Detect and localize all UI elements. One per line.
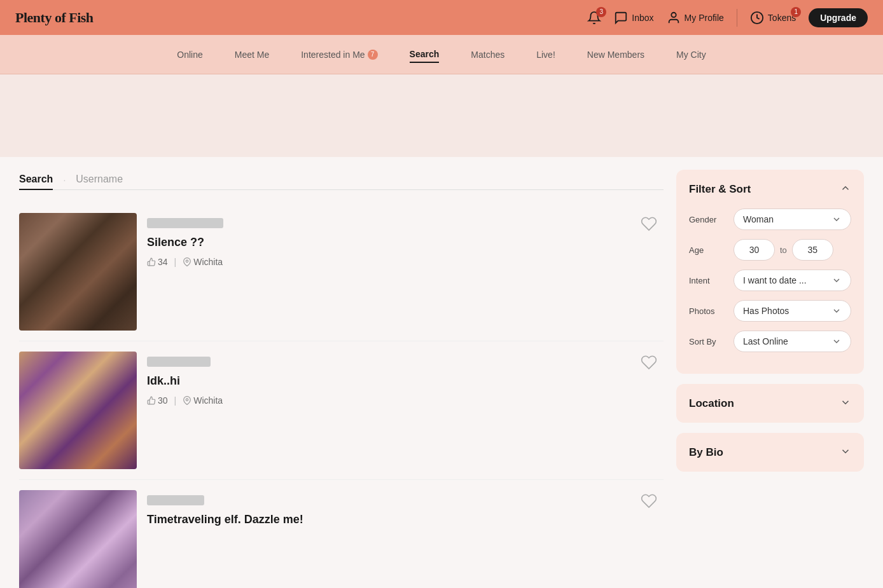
tab-username[interactable]: Username (76, 170, 123, 190)
bybio-header: By Bio (689, 446, 851, 459)
main-nav: Online Meet Me Interested in Me 7 Search… (0, 35, 883, 74)
chevron-down-icon (831, 214, 842, 224)
sortby-select[interactable]: Last Online (734, 331, 851, 352)
inbox-label: Inbox (632, 13, 653, 23)
notifications-button[interactable]: 3 (587, 11, 601, 25)
like-button-3[interactable] (641, 493, 657, 511)
profile-image-2[interactable] (19, 352, 137, 469)
nav-item-meet-me[interactable]: Meet Me (235, 47, 269, 62)
like-button-2[interactable] (641, 354, 657, 373)
inbox-icon (614, 11, 628, 25)
right-panel: Filter & Sort Gender Woman (676, 170, 864, 588)
filter-sort-card: Filter & Sort Gender Woman (676, 170, 864, 374)
nav-item-live[interactable]: Live! (536, 47, 555, 62)
svg-point-0 (671, 12, 676, 17)
thumb-icon-2 (147, 396, 156, 405)
photos-filter-row: Photos Has Photos (689, 300, 851, 322)
gender-select[interactable]: Woman (734, 209, 851, 230)
age-inputs: 30 to 35 (734, 239, 851, 261)
header: Plenty of Fish 3 Inbox My Profile (0, 0, 883, 35)
intent-value: I want to date ... (743, 275, 807, 285)
intent-select[interactable]: I want to date ... (734, 270, 851, 291)
age-label: Age (689, 245, 727, 255)
location-title: Location (689, 397, 734, 410)
sortby-label: Sort By (689, 337, 727, 346)
profile-card-3: Timetraveling elf. Dazzle me! (19, 480, 664, 588)
tab-separator: · (63, 175, 66, 185)
profile-image-3[interactable] (19, 490, 137, 588)
profile-info-1: Silence ?? 34 | Wichita (147, 213, 664, 267)
intent-label: Intent (689, 276, 727, 285)
display-name-2[interactable]: Idk..hi (147, 374, 664, 388)
gender-label: Gender (689, 215, 727, 224)
svg-point-2 (186, 260, 188, 263)
search-tabs: Search · Username (19, 170, 664, 190)
profile-meta-1: 34 | Wichita (147, 257, 664, 267)
filter-sort-title: Filter & Sort (689, 183, 751, 196)
age-2: 30 (158, 395, 168, 406)
sortby-filter-row: Sort By Last Online (689, 331, 851, 352)
location-icon-1: Wichita (183, 257, 223, 267)
thumb-icon-1 (147, 257, 156, 266)
nav-item-online[interactable]: Online (177, 47, 202, 62)
tokens-icon (750, 11, 764, 25)
location-toggle[interactable] (840, 397, 851, 410)
location-1: Wichita (193, 257, 223, 267)
age-icon-1: 34 (147, 257, 168, 267)
profile-info-3: Timetraveling elf. Dazzle me! (147, 490, 664, 534)
nav-item-my-city[interactable]: My City (676, 47, 706, 62)
pin-icon-1 (183, 257, 191, 266)
profile-image-1[interactable] (19, 213, 137, 331)
photos-value: Has Photos (743, 306, 789, 316)
tab-search[interactable]: Search (19, 170, 53, 190)
filter-sort-toggle[interactable] (840, 182, 851, 196)
chevron-down-icon-sortby (831, 336, 842, 346)
age-icon-2: 30 (147, 395, 168, 406)
username-blur-3 (147, 495, 204, 505)
heart-icon-3 (641, 493, 657, 509)
like-button-1[interactable] (641, 215, 657, 234)
header-divider (737, 9, 737, 27)
bybio-card: By Bio (676, 433, 864, 472)
chevron-down-icon-location (840, 397, 851, 408)
my-profile-label: My Profile (685, 13, 724, 23)
display-name-1[interactable]: Silence ?? (147, 236, 664, 249)
sortby-value: Last Online (743, 336, 788, 346)
bybio-toggle[interactable] (840, 446, 851, 459)
notifications-badge: 3 (596, 7, 606, 17)
inbox-button[interactable]: Inbox (614, 11, 653, 25)
tokens-badge: 1 (791, 7, 801, 17)
photos-select[interactable]: Has Photos (734, 300, 851, 322)
interested-label: Interested in Me (301, 50, 365, 60)
nav-item-interested[interactable]: Interested in Me 7 (301, 47, 377, 62)
location-2: Wichita (193, 395, 223, 406)
age-to-text: to (780, 245, 787, 255)
chevron-down-icon-photos (831, 306, 842, 316)
profile-card-2: Idk..hi 30 | Wichita (19, 341, 664, 480)
nav-item-search[interactable]: Search (410, 46, 440, 63)
location-icon-2: Wichita (183, 395, 223, 406)
age-1: 34 (158, 257, 168, 267)
tokens-button[interactable]: Tokens 1 (750, 11, 796, 25)
heart-icon-1 (641, 215, 657, 232)
upgrade-button[interactable]: Upgrade (809, 8, 868, 27)
nav-item-matches[interactable]: Matches (471, 47, 504, 62)
left-panel: Search · Username Silence ?? 34 | Wichi (19, 170, 664, 588)
nav-item-new-members[interactable]: New Members (587, 47, 644, 62)
username-blur-1 (147, 218, 223, 228)
age-from-input[interactable]: 30 (734, 239, 775, 261)
my-profile-button[interactable]: My Profile (667, 11, 724, 25)
profile-icon (667, 11, 681, 25)
logo: Plenty of Fish (15, 10, 94, 26)
chevron-down-icon-intent (831, 275, 842, 285)
age-filter-row: Age 30 to 35 (689, 239, 851, 261)
display-name-3[interactable]: Timetraveling elf. Dazzle me! (147, 513, 664, 526)
age-to-input[interactable]: 35 (792, 239, 833, 261)
location-header: Location (689, 397, 851, 410)
interested-badge: 7 (368, 50, 378, 60)
location-card: Location (676, 384, 864, 423)
gender-value: Woman (743, 214, 774, 224)
heart-icon-2 (641, 354, 657, 371)
profile-meta-2: 30 | Wichita (147, 395, 664, 406)
chevron-up-icon (840, 182, 851, 194)
